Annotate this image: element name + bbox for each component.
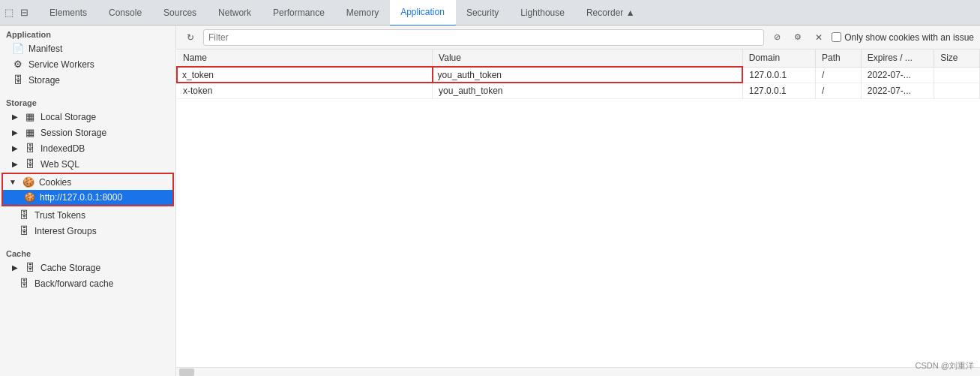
sidebar-item-manifest[interactable]: 📄 Manifest [0, 41, 175, 56]
col-header-name[interactable]: Name [177, 50, 433, 67]
tab-memory[interactable]: Memory [336, 0, 390, 26]
expand-arrow-icon: ▶ [12, 144, 18, 152]
local-storage-label: Local Storage [40, 112, 96, 122]
sidebar-item-storage[interactable]: 🗄 Storage [0, 72, 175, 88]
manifest-label: Manifest [28, 44, 62, 54]
main-layout: Application 📄 Manifest ⚙ Service Workers… [0, 26, 980, 376]
content-area: ↻ ⊘ ⚙ ✕ Only show cookies with an issue … [176, 26, 980, 376]
menu-icon[interactable]: ⊟ [18, 7, 30, 19]
sidebar-item-back-forward[interactable]: 🗄 Back/forward cache [0, 275, 175, 291]
col-header-value[interactable]: Value [433, 50, 743, 67]
sidebar-item-web-sql[interactable]: ▶ 🗄 Web SQL [0, 156, 175, 172]
indexed-db-label: IndexedDB [40, 143, 85, 154]
issues-checkbox-input[interactable] [832, 32, 841, 42]
cookie-url-icon: 🍪 [24, 192, 35, 203]
tab-network[interactable]: Network [208, 0, 262, 26]
sidebar-item-cookies[interactable]: ▼ 🍪 Cookies [3, 174, 172, 190]
cache-storage-label: Cache Storage [40, 263, 100, 273]
tab-sources[interactable]: Sources [153, 0, 208, 26]
storage-label: Storage [28, 75, 60, 86]
tab-console[interactable]: Console [98, 0, 153, 26]
interest-groups-label: Interest Groups [34, 226, 97, 236]
sidebar-item-cookie-url[interactable]: 🍪 http://127.0.0.1:8000 [3, 190, 172, 205]
trust-tokens-label: Trust Tokens [34, 210, 85, 221]
indexed-db-icon: 🗄 [24, 143, 36, 154]
sidebar-item-session-storage[interactable]: ▶ ▦ Session Storage [0, 125, 175, 140]
col-header-expires[interactable]: Expires / ... [861, 50, 934, 67]
cookies-icon: 🍪 [22, 176, 34, 188]
cache-storage-icon: 🗄 [24, 262, 36, 273]
tab-application[interactable]: Application [390, 0, 456, 26]
back-forward-icon: 🗄 [18, 278, 30, 289]
session-storage-label: Session Storage [40, 128, 106, 138]
settings-button[interactable]: ⚙ [790, 29, 806, 46]
filter-input[interactable] [203, 29, 764, 46]
expand-arrow-icon: ▶ [12, 263, 18, 272]
table-body: x_tokenyou_auth_token127.0.0.1/2022-07-.… [177, 67, 980, 99]
col-header-size[interactable]: Size [934, 50, 980, 67]
web-sql-label: Web SQL [40, 159, 79, 170]
local-storage-icon: ▦ [24, 111, 36, 122]
trust-tokens-icon: 🗄 [18, 209, 30, 221]
refresh-button[interactable]: ↻ [182, 29, 199, 46]
interest-groups-icon: 🗄 [18, 225, 30, 236]
service-workers-label: Service Workers [28, 59, 94, 70]
web-sql-icon: 🗄 [24, 158, 36, 170]
tab-bar-icons: ⬚ ⊟ [3, 7, 30, 19]
sidebar-item-cache-storage[interactable]: ▶ 🗄 Cache Storage [0, 260, 175, 275]
tab-elements[interactable]: Elements [39, 0, 98, 26]
storage-icon: 🗄 [12, 74, 24, 86]
tab-performance[interactable]: Performance [262, 0, 336, 26]
close-button[interactable]: ✕ [811, 29, 827, 46]
cookie-url-label: http://127.0.0.1:8000 [40, 192, 122, 203]
sidebar: Application 📄 Manifest ⚙ Service Workers… [0, 26, 176, 376]
cookies-label: Cookies [39, 177, 71, 188]
sidebar-item-service-workers[interactable]: ⚙ Service Workers [0, 56, 175, 72]
tab-recorder[interactable]: Recorder ▲ [576, 0, 646, 26]
sidebar-item-local-storage[interactable]: ▶ ▦ Local Storage [0, 109, 175, 125]
sidebar-section-cache: Cache [0, 245, 175, 260]
sidebar-item-trust-tokens[interactable]: 🗄 Trust Tokens [0, 207, 175, 223]
back-forward-label: Back/forward cache [34, 278, 113, 289]
expand-arrow-down-icon: ▼ [9, 178, 16, 186]
tab-lighthouse[interactable]: Lighthouse [510, 0, 576, 26]
expand-arrow-icon: ▶ [12, 128, 18, 137]
tab-security[interactable]: Security [456, 0, 510, 26]
sidebar-section-application: Application [0, 26, 175, 41]
col-header-path[interactable]: Path [816, 50, 862, 67]
table-row[interactable]: x_tokenyou_auth_token127.0.0.1/2022-07-.… [177, 67, 980, 83]
expand-arrow-icon: ▶ [12, 160, 18, 168]
toolbar-right: Only show cookies with an issue [832, 32, 974, 43]
tab-bar: ⬚ ⊟ Elements Console Sources Network Per… [0, 0, 980, 26]
sidebar-item-interest-groups[interactable]: 🗄 Interest Groups [0, 223, 175, 239]
expand-arrow-icon: ▶ [12, 113, 18, 121]
table-header: Name Value Domain Path Expires / ... Siz… [177, 50, 980, 67]
dock-icon[interactable]: ⬚ [3, 7, 15, 19]
toolbar: ↻ ⊘ ⚙ ✕ Only show cookies with an issue [176, 26, 980, 50]
bottom-scrollbar[interactable] [176, 367, 980, 376]
session-storage-icon: ▦ [24, 127, 36, 138]
table-wrapper: Name Value Domain Path Expires / ... Siz… [176, 50, 980, 367]
cookies-table: Name Value Domain Path Expires / ... Siz… [176, 50, 980, 99]
sidebar-item-indexed-db[interactable]: ▶ 🗄 IndexedDB [0, 140, 175, 156]
clear-button[interactable]: ⊘ [769, 29, 785, 46]
watermark: CSDN @刘重洋 [916, 360, 974, 371]
gear-icon: ⚙ [12, 59, 24, 70]
table-row[interactable]: x-tokenyou_auth_token127.0.0.1/2022-07-.… [177, 83, 980, 99]
issues-filter-checkbox[interactable]: Only show cookies with an issue [832, 32, 974, 43]
col-header-domain[interactable]: Domain [742, 50, 815, 67]
issues-checkbox-label: Only show cookies with an issue [844, 32, 974, 43]
file-icon: 📄 [12, 43, 24, 54]
sidebar-section-storage: Storage [0, 94, 175, 109]
